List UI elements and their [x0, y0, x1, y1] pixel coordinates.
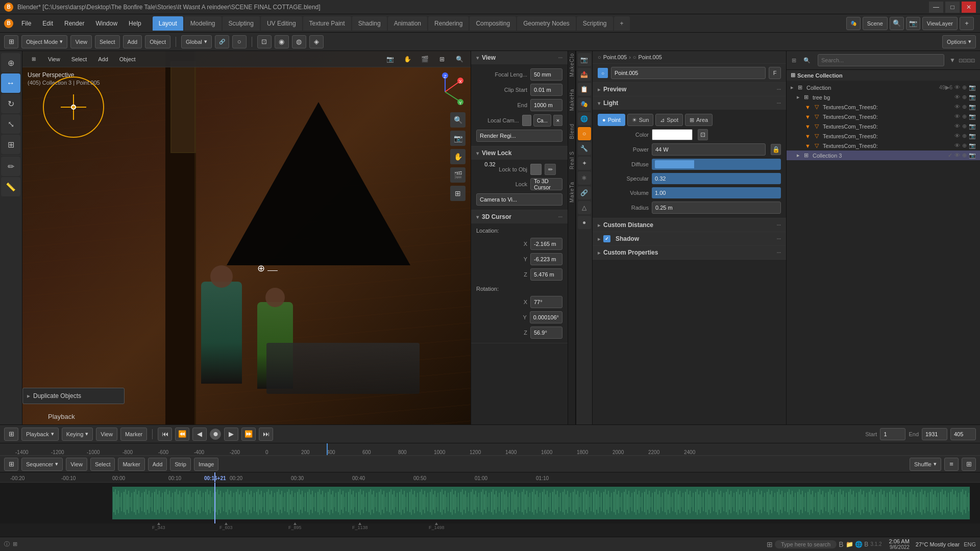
view-layer-name[interactable]: ViewLayer [922, 17, 958, 30]
object-fake-user-btn[interactable]: F [769, 67, 781, 79]
start-frame-input[interactable]: 1 [880, 428, 905, 440]
coll3-eye-icon[interactable]: 👁 [954, 152, 960, 159]
outliner-collection-3[interactable]: ▸ ⊞ Collection 3 ✓ 👁 ⊕ 📷 [787, 151, 980, 160]
view-button[interactable]: View [70, 35, 92, 48]
material-props-icon[interactable]: ● [578, 216, 591, 229]
seq-editor-icon[interactable]: ⊞ [4, 458, 18, 471]
object-button[interactable]: Object [145, 35, 170, 48]
tree-eye-icon[interactable]: 👁 [954, 94, 960, 101]
timeline-view-btn[interactable]: View [96, 428, 117, 441]
modifier-props-icon[interactable]: 🔧 [578, 142, 591, 155]
viewport-add-btn[interactable]: Add [94, 53, 112, 66]
viewport-3d[interactable]: ⊞ View Select Add Object 📷 ✋ 🎬 ⊞ 🔍 User … [22, 51, 471, 424]
lock-value[interactable]: To 3D Cursor [530, 178, 562, 190]
physics-props-icon[interactable]: ⚛ [578, 171, 591, 185]
proportional-edit-icon[interactable]: ○ [232, 35, 247, 48]
lock-view-btn[interactable]: ✋ [450, 149, 465, 164]
sequencer-content[interactable]: -00:20 -00:10 00:00 00:10 00:16+21 00:20… [0, 472, 980, 537]
tex4-render-icon[interactable]: 📷 [969, 133, 976, 139]
outliner-tex-5[interactable]: ▼ ▽ TexturesCom_Trees0: 👁 ⊕ 📷 [787, 141, 980, 151]
light-spot-btn[interactable]: ⊿ Spot [655, 114, 683, 126]
render-props-icon[interactable]: 📷 [578, 53, 591, 66]
coll-render-icon[interactable]: 📷 [969, 84, 976, 91]
viewport-object-btn[interactable]: Object [115, 53, 140, 66]
tex3-cursor-icon[interactable]: ⊕ [962, 123, 967, 130]
transform-global-button[interactable]: Global ▾ [181, 35, 212, 48]
duplicate-objects-panel[interactable]: ▸ Duplicate Objects [22, 388, 125, 404]
menu-file[interactable]: File [16, 16, 36, 31]
view-lock-section-header[interactable]: ▾ View Lock [471, 146, 568, 160]
seq-settings-btn[interactable]: ⊞ [962, 458, 976, 471]
cursor-ry-value[interactable]: 0.000106° [530, 311, 562, 323]
lock-obj-edit-icon[interactable]: ✏ [545, 164, 556, 175]
tool-measure[interactable]: 📏 [1, 177, 20, 196]
seq-select-btn[interactable]: Select [90, 458, 115, 471]
viewport-gizmo[interactable] [43, 77, 104, 138]
tool-transform[interactable]: ⊞ [1, 135, 20, 154]
light-area-btn[interactable]: ⊞ Area [685, 114, 713, 126]
timeline-editor-icon[interactable]: ⊞ [4, 428, 18, 441]
seq-option-btn[interactable]: ≡ [944, 458, 959, 471]
seq-type-btn[interactable]: Sequencer ▾ [21, 458, 63, 471]
outliner-search-icon[interactable]: 🔍 [803, 57, 811, 64]
menu-help[interactable]: Help [124, 16, 146, 31]
data-props-icon[interactable]: △ [578, 201, 591, 214]
light-power-value[interactable]: 44 W [652, 143, 766, 156]
coll3-render-icon[interactable]: 📷 [969, 152, 976, 159]
menu-blender[interactable]: B [2, 16, 15, 31]
play-btn[interactable]: ▶ [224, 428, 238, 441]
grid-view-btn[interactable]: ⊞ [450, 186, 465, 201]
seq-view-btn[interactable]: View [66, 458, 87, 471]
timeline-area[interactable]: -1400 -1200 -1000 -800 -600 -400 -200 0 … [0, 443, 980, 455]
tex4-cursor-icon[interactable]: ⊕ [962, 133, 967, 139]
tex5-render-icon[interactable]: 📷 [969, 142, 976, 149]
tex2-render-icon[interactable]: 📷 [969, 113, 976, 120]
film-view-btn[interactable]: 🎬 [450, 167, 465, 183]
tree-cursor-icon[interactable]: ⊕ [962, 94, 967, 101]
object-mode-button[interactable]: Object Mode ▾ [21, 35, 67, 48]
viewport-film-icon[interactable]: 🎬 [418, 53, 432, 66]
viewport-shading-mat-icon[interactable]: ◍ [292, 35, 306, 48]
tex3-eye-icon[interactable]: 👁 [954, 123, 960, 130]
tex5-cursor-icon[interactable]: ⊕ [962, 142, 967, 149]
object-props-icon[interactable]: ○ [578, 127, 591, 140]
cursor-rx-value[interactable]: 77° [530, 296, 562, 308]
snap-icon[interactable]: 🔗 [215, 35, 229, 48]
3d-nav-gizmo[interactable]: Z X Y [425, 71, 465, 112]
keying-btn[interactable]: Keying ▾ [62, 428, 93, 441]
seq-marker-btn[interactable]: Marker [118, 458, 144, 471]
workspace-uv-editing[interactable]: UV Editing [261, 16, 302, 31]
windows-start-icon[interactable]: ⊞ [767, 540, 773, 548]
maximize-button[interactable]: □ [945, 2, 960, 13]
shadow-checkbox[interactable]: ✓ [603, 235, 610, 242]
local-cam-color-btn[interactable] [522, 115, 531, 126]
workspace-shading[interactable]: Shading [352, 16, 387, 31]
audio-waveform[interactable] [112, 487, 970, 519]
search-scene-icon[interactable]: 🔍 [890, 17, 904, 30]
viewport-grid-icon[interactable]: ⊞ [435, 53, 449, 66]
jump-start-btn[interactable]: ⏮ [158, 428, 172, 441]
viewport-view-btn[interactable]: View [44, 53, 64, 66]
tex2-eye-icon[interactable]: 👁 [954, 113, 960, 120]
view-section-header[interactable]: ▾ View ··· [471, 51, 568, 64]
workspace-layout[interactable]: Layout [153, 16, 183, 31]
workspace-geometry-nodes[interactable]: Geometry Nodes [517, 16, 576, 31]
blender-taskbar-icon[interactable]: B [839, 540, 843, 548]
close-button[interactable]: ✕ [962, 2, 976, 13]
outliner-search-input[interactable] [818, 54, 944, 66]
output-props-icon[interactable]: 📤 [578, 68, 591, 81]
record-btn[interactable]: ⬤ [210, 429, 221, 440]
seq-add-btn[interactable]: Add [148, 458, 167, 471]
light-sun-btn[interactable]: ☀ Sun [627, 114, 654, 126]
outliner-tex-1[interactable]: ▼ ▽ TexturesCom_Trees0: 👁 ⊕ 📷 [787, 102, 980, 112]
light-color-picker-icon[interactable]: ⊡ [698, 129, 708, 140]
tex1-cursor-icon[interactable]: ⊕ [962, 104, 967, 110]
lock-obj-btn[interactable] [530, 164, 542, 175]
light-power-lock-icon[interactable]: 🔒 [771, 144, 781, 155]
light-section-header[interactable]: ▾ Light ··· [593, 96, 786, 110]
tex1-eye-icon[interactable]: 👁 [954, 104, 960, 110]
scene-name[interactable]: Scene [863, 17, 888, 30]
tree-render-icon[interactable]: 📷 [969, 94, 976, 101]
viewport-hand-icon[interactable]: ✋ [400, 53, 414, 66]
viewport-select-btn[interactable]: Select [67, 53, 91, 66]
